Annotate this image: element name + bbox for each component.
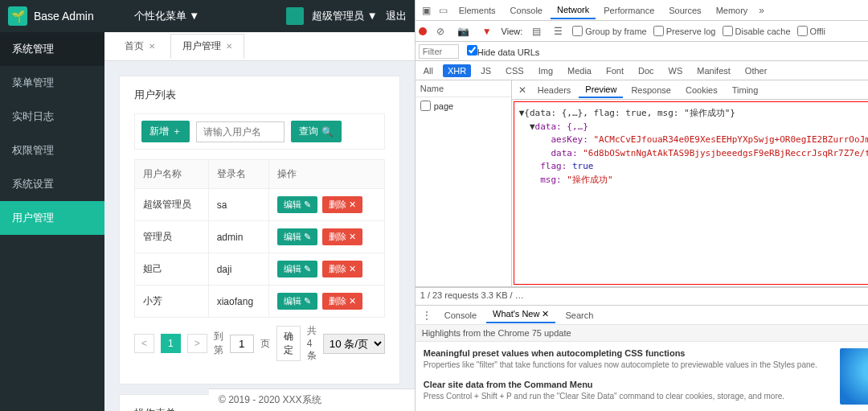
camera-icon[interactable]: 📷 [454, 24, 473, 39]
more-tabs-icon[interactable]: » [755, 3, 768, 18]
request-row[interactable]: page [416, 97, 511, 114]
col-login: 登录名 [208, 160, 268, 189]
type-media[interactable]: Media [563, 64, 596, 77]
pager-to-label: 到第 [214, 330, 223, 357]
hide-data-urls-checkbox[interactable]: Hide data URLs [467, 45, 540, 57]
footer-copyright: © 2019 - 2020 XXX系统 [209, 388, 415, 411]
subtab-headers[interactable]: Headers [531, 83, 578, 97]
devtools-tab-network[interactable]: Network [551, 2, 596, 19]
pager-goto-input[interactable] [230, 335, 254, 353]
delete-button[interactable]: 删除 ✕ [322, 196, 362, 213]
add-button[interactable]: 新增＋ [141, 121, 190, 142]
tab-user-mgmt[interactable]: 用户管理✕ [170, 34, 244, 59]
personalize-menu[interactable]: 个性化菜单 ▼ [134, 9, 199, 23]
username-search-input[interactable] [196, 121, 285, 142]
whatsnew-heading: Highlights from the Chrome 75 update [416, 325, 868, 342]
type-css[interactable]: CSS [501, 64, 529, 77]
drawer-console[interactable]: Console [438, 308, 483, 323]
close-icon[interactable]: ✕ [226, 42, 232, 51]
table-row: 超级管理员sa编辑 ✎删除 ✕ [135, 189, 385, 221]
sidebar-item-perm[interactable]: 权限管理 [0, 134, 104, 167]
view-label: View: [502, 27, 523, 36]
response-preview: ▼{data: {,…}, flag: true, msg: "操作成功"} ▼… [514, 101, 868, 285]
edit-button[interactable]: 编辑 ✎ [277, 196, 317, 213]
app-logo: 🌱 [8, 6, 27, 26]
pager-next[interactable]: > [187, 334, 207, 353]
news-card-2-body: Press Control + Shift + P and run the "C… [424, 391, 832, 401]
drawer-search[interactable]: Search [559, 308, 600, 323]
sidebar-item-settings[interactable]: 系统设置 [0, 167, 104, 201]
edit-button[interactable]: 编辑 ✎ [277, 261, 317, 277]
type-xhr[interactable]: XHR [443, 64, 471, 77]
type-manifest[interactable]: Manifest [692, 64, 735, 77]
offline-checkbox[interactable]: Offli [797, 26, 825, 36]
view-large-icon[interactable]: ▤ [529, 24, 544, 39]
subtab-preview[interactable]: Preview [579, 82, 623, 98]
logout-link[interactable]: 退出 [386, 9, 407, 23]
news-card-1-body: Properties like "filter" that take funct… [424, 360, 832, 370]
subtab-timing[interactable]: Timing [726, 83, 765, 97]
devtools-tab-console[interactable]: Console [504, 2, 549, 18]
table-row: 管理员admin编辑 ✎删除 ✕ [135, 221, 385, 253]
type-img[interactable]: Img [534, 64, 558, 77]
devtools-tab-sources[interactable]: Sources [662, 2, 707, 18]
pager-page-1[interactable]: 1 [161, 334, 181, 353]
close-detail-icon[interactable]: ✕ [515, 83, 530, 97]
whatsnew-graphic [840, 348, 868, 405]
close-icon[interactable]: ✕ [149, 42, 155, 51]
table-row: 妲己daji编辑 ✎删除 ✕ [135, 253, 385, 286]
devtools-tab-performance[interactable]: Performance [597, 2, 661, 18]
inspect-icon[interactable]: ▣ [419, 3, 434, 18]
subtab-response[interactable]: Response [624, 83, 678, 97]
device-icon[interactable]: ▭ [436, 3, 451, 18]
col-username: 用户名称 [135, 160, 209, 189]
disable-cache-checkbox[interactable]: Disable cache [723, 26, 791, 36]
search-button[interactable]: 查询🔍 [291, 121, 342, 142]
news-card-1-title: Meaningful preset values when autocomple… [424, 348, 832, 358]
group-by-frame-checkbox[interactable]: Group by frame [572, 26, 646, 36]
card-title: 用户列表 [134, 88, 385, 102]
devtools-tab-memory[interactable]: Memory [710, 2, 755, 18]
network-status: 1 / 23 requests 3.3 KB / … [416, 287, 868, 305]
delete-button[interactable]: 删除 ✕ [322, 293, 362, 310]
avatar[interactable] [286, 7, 304, 25]
pager-confirm-button[interactable]: 确定 [276, 326, 301, 361]
delete-button[interactable]: 删除 ✕ [322, 228, 362, 245]
brand-name: Base Admin [34, 10, 94, 23]
pager-size-select[interactable]: 10 条/页 [323, 334, 385, 354]
tab-home[interactable]: 首页✕ [113, 34, 167, 59]
record-icon[interactable] [419, 27, 427, 35]
user-table: 用户名称 登录名 操作 超级管理员sa编辑 ✎删除 ✕ 管理员admin编辑 ✎… [134, 159, 385, 318]
type-doc[interactable]: Doc [633, 64, 659, 77]
drawer-menu-icon[interactable]: ⋮ [419, 308, 435, 323]
clear-icon[interactable]: ⊘ [433, 24, 448, 39]
col-ops: 操作 [268, 160, 384, 189]
edit-button[interactable]: 编辑 ✎ [277, 228, 317, 245]
edit-button[interactable]: 编辑 ✎ [277, 293, 317, 310]
col-name: Name [416, 80, 511, 97]
type-all[interactable]: All [419, 64, 438, 77]
news-card-2-title: Clear site data from the Command Menu [424, 380, 832, 389]
preserve-log-checkbox[interactable]: Preserve log [653, 26, 716, 36]
devtools-tab-elements[interactable]: Elements [452, 2, 502, 18]
pager-page-label: 页 [260, 337, 270, 351]
type-js[interactable]: JS [476, 64, 496, 77]
pager-prev[interactable]: < [134, 334, 154, 353]
filter-toggle-icon[interactable]: ▼ [479, 24, 495, 39]
drawer-whatsnew[interactable]: What's New ✕ [486, 306, 555, 323]
pager-total: 共 4 条 [307, 324, 317, 363]
sidebar-item-system[interactable]: 系统管理 [0, 32, 104, 66]
table-row: 小芳xiaofang编辑 ✎删除 ✕ [135, 286, 385, 318]
view-small-icon[interactable]: ☰ [551, 24, 566, 39]
type-ws[interactable]: WS [664, 64, 688, 77]
sidebar-item-logs[interactable]: 实时日志 [0, 100, 104, 134]
network-filter-input[interactable] [419, 44, 459, 59]
sidebar-item-users[interactable]: 用户管理 [0, 201, 104, 235]
plus-icon: ＋ [172, 125, 182, 138]
role-dropdown[interactable]: 超级管理员 ▼ [312, 9, 377, 23]
delete-button[interactable]: 删除 ✕ [322, 261, 362, 277]
sidebar-item-menu[interactable]: 菜单管理 [0, 66, 104, 100]
type-other[interactable]: Other [740, 64, 772, 77]
type-font[interactable]: Font [601, 64, 628, 77]
subtab-cookies[interactable]: Cookies [679, 83, 724, 97]
